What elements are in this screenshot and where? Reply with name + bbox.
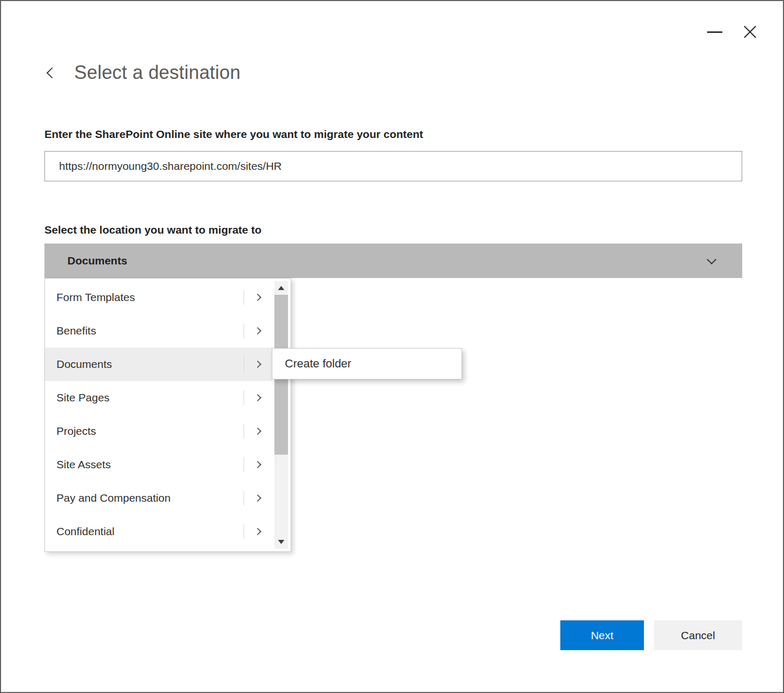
chevron-right-icon[interactable] — [254, 361, 261, 368]
dropdown-item-label: Projects — [56, 425, 244, 437]
chevron-right-icon[interactable] — [254, 428, 261, 435]
chevron-down-icon — [707, 255, 716, 264]
divider — [244, 324, 244, 338]
create-folder-flyout[interactable]: Create folder — [272, 348, 462, 379]
triangle-down-icon — [278, 540, 284, 544]
site-url-label: Enter the SharePoint Online site where y… — [44, 128, 423, 141]
close-icon — [742, 24, 758, 40]
chevron-right-icon[interactable] — [254, 528, 261, 535]
dropdown-item-label: Documents — [56, 358, 244, 371]
dropdown-item-pay-and-compensation[interactable]: Pay and Compensation — [45, 481, 272, 515]
back-button[interactable] — [45, 66, 59, 79]
chevron-right-icon[interactable] — [254, 394, 261, 401]
scroll-up-button[interactable] — [274, 281, 288, 295]
dropdown-item-label: Confidential — [56, 525, 244, 538]
page-title: Select a destination — [74, 62, 240, 84]
titlebar-controls — [706, 23, 759, 41]
divider — [244, 290, 244, 305]
close-button[interactable] — [741, 23, 759, 41]
dialog-window: Select a destination Enter the SharePoin… — [0, 0, 784, 693]
page-header: Select a destination — [45, 62, 240, 84]
site-url-input[interactable] — [44, 151, 742, 181]
dropdown-item-label: Benefits — [56, 325, 244, 337]
location-dropdown-list: Form Templates Benefits Documents Site P… — [44, 278, 291, 552]
dropdown-item-label: Site Assets — [56, 458, 244, 471]
divider — [244, 524, 244, 539]
divider — [244, 390, 244, 405]
chevron-right-icon[interactable] — [254, 327, 261, 334]
divider — [244, 357, 244, 372]
divider — [244, 424, 244, 438]
minimize-button[interactable] — [706, 23, 723, 41]
chevron-right-icon[interactable] — [254, 294, 261, 301]
dropdown-item-label: Form Templates — [56, 291, 244, 304]
divider — [244, 457, 244, 472]
minimize-icon — [707, 31, 722, 33]
location-label: Select the location you want to migrate … — [44, 224, 261, 236]
dropdown-item-benefits[interactable]: Benefits — [45, 314, 272, 348]
chevron-right-icon[interactable] — [254, 461, 261, 468]
create-folder-label: Create folder — [285, 357, 351, 371]
dropdown-item-site-assets[interactable]: Site Assets — [45, 448, 272, 481]
dropdown-item-label: Site Pages — [56, 391, 244, 404]
dropdown-item-site-pages[interactable]: Site Pages — [45, 381, 272, 414]
location-dropdown[interactable]: Documents — [44, 244, 742, 278]
dropdown-item-documents[interactable]: Documents — [45, 348, 272, 381]
scroll-down-button[interactable] — [274, 535, 288, 549]
divider — [244, 491, 244, 505]
next-button[interactable]: Next — [560, 620, 644, 650]
dropdown-item-label: Pay and Compensation — [56, 492, 244, 504]
chevron-right-icon[interactable] — [254, 494, 261, 502]
chevron-left-icon — [46, 67, 57, 78]
scrollbar[interactable] — [274, 281, 288, 549]
dropdown-item-confidential[interactable]: Confidential — [45, 515, 272, 548]
dropdown-item-form-templates[interactable]: Form Templates — [45, 281, 272, 314]
dropdown-item-projects[interactable]: Projects — [45, 414, 272, 448]
triangle-up-icon — [278, 286, 284, 290]
cancel-button[interactable]: Cancel — [654, 620, 742, 650]
location-selected-value: Documents — [67, 255, 708, 267]
dropdown-rows: Form Templates Benefits Documents Site P… — [45, 281, 272, 548]
